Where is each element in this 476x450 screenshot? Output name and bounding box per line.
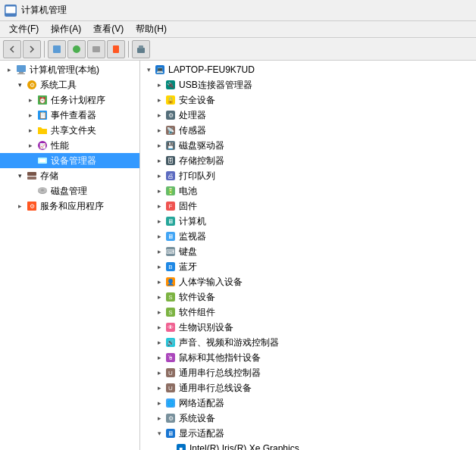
expand-arrow[interactable]: ▸	[154, 245, 164, 258]
right-tree-item[interactable]: ▸ S 软件设备	[140, 289, 476, 305]
expand-arrow[interactable]: ▸	[154, 336, 164, 348]
expand-root[interactable]: ▸	[3, 64, 15, 76]
right-tree-item[interactable]: ▸ ⌨ 键盘	[140, 244, 476, 259]
right-tree-item[interactable]: ▾ 🖥 显示适配器	[140, 426, 476, 441]
event-label: 事件查看器	[51, 109, 96, 122]
forward-button[interactable]	[23, 40, 41, 58]
toolbar-btn-3[interactable]	[67, 40, 86, 58]
expand-arrow[interactable]: ▸	[154, 170, 164, 182]
right-tree-item[interactable]: ▸ U 通用串行总线设备	[140, 380, 476, 395]
menu-view[interactable]: 查看(V)	[87, 21, 130, 37]
perf-icon: 📈	[36, 139, 49, 152]
right-tree-item[interactable]: ▸ 🌐 网络适配器	[140, 395, 476, 411]
expand-tools[interactable]: ▾	[14, 79, 26, 91]
right-tree-item[interactable]: ▸ 👁 生物识别设备	[140, 320, 476, 335]
expand-arrow[interactable]: ▾	[154, 427, 164, 439]
right-tree-item[interactable]: ▸ 🖨 打印队列	[140, 168, 476, 183]
right-tree-item[interactable]: ▸ 💾 磁盘驱动器	[140, 138, 476, 153]
svg-rect-3	[53, 45, 61, 53]
svg-text:🖨: 🖨	[168, 173, 174, 180]
tree-item-disk[interactable]: 磁盘管理	[0, 183, 139, 198]
svg-text:S: S	[168, 309, 172, 316]
right-tree-item[interactable]: ▸ 🔋 电池	[140, 183, 476, 198]
expand-disk[interactable]	[24, 185, 36, 197]
expand-arrow[interactable]: ▾	[143, 64, 154, 76]
right-item-label: 计算机	[179, 215, 206, 228]
service-label: 服务和应用程序	[40, 200, 104, 213]
expand-arrow[interactable]: ▸	[154, 230, 164, 242]
expand-arrow[interactable]: ▸	[154, 367, 164, 379]
right-tree-item[interactable]: ▸ ⚙ 处理器	[140, 108, 476, 123]
right-tree-item[interactable]: ▸ 🖥 计算机	[140, 214, 476, 229]
tree-item-device[interactable]: 设备管理器	[0, 153, 139, 168]
tree-item-storage[interactable]: ▾ 存储	[0, 168, 139, 183]
expand-arrow[interactable]: ▸	[154, 215, 164, 227]
right-tree-item[interactable]: ▸ ⚙ 系统设备	[140, 411, 476, 426]
expand-arrow[interactable]: ▸	[154, 382, 164, 394]
svg-rect-0	[5, 6, 16, 14]
right-tree-item[interactable]: ▸ F 固件	[140, 198, 476, 214]
right-item-label: 显示适配器	[179, 427, 224, 440]
expand-arrow[interactable]: ▸	[154, 109, 164, 121]
right-tree-item[interactable]: ▸ 🔌 USB连接器管理器	[140, 77, 476, 92]
right-tree-item[interactable]: ▾ 💻 LAPTOP-FEU9K7UD	[140, 62, 476, 77]
toolbar-separator-1	[44, 41, 45, 58]
expand-arrow[interactable]: ▸	[154, 155, 164, 167]
toolbar-btn-6[interactable]	[132, 40, 150, 58]
tree-item-service[interactable]: ▸ ⚙ 服务和应用程序	[0, 198, 139, 214]
tree-item-task[interactable]: ▸ ⏰ 任务计划程序	[0, 92, 139, 108]
tree-item-perf[interactable]: ▸ 📈 性能	[0, 138, 139, 153]
right-tree-item[interactable]: ▸ 🖱 鼠标和其他指针设备	[140, 350, 476, 365]
expand-arrow[interactable]: ▸	[154, 261, 164, 273]
tree-item-folder[interactable]: ▸ 共享文件夹	[0, 123, 139, 138]
svg-text:■: ■	[180, 445, 183, 450]
expand-storage[interactable]: ▾	[14, 170, 26, 182]
right-tree-item[interactable]: ▸ 👤 人体学输入设备	[140, 274, 476, 289]
right-tree-item[interactable]: ■ Intel(R) Iris(R) Xe Graphics	[140, 441, 476, 450]
expand-arrow[interactable]: ▸	[154, 124, 164, 136]
expand-folder[interactable]: ▸	[24, 124, 36, 136]
expand-task[interactable]: ▸	[24, 94, 36, 106]
right-tree-item[interactable]: ▸ S 软件组件	[140, 305, 476, 320]
expand-arrow[interactable]: ▸	[154, 412, 164, 424]
expand-arrow[interactable]: ▸	[154, 276, 164, 288]
display-icon: 🖥	[164, 427, 177, 439]
expand-arrow[interactable]: ▸	[154, 321, 164, 333]
expand-arrow[interactable]: ▸	[154, 397, 164, 409]
expand-arrow[interactable]: ▸	[154, 352, 164, 364]
right-tree-item[interactable]: ▸ U 通用串行总线控制器	[140, 365, 476, 380]
menu-help[interactable]: 帮助(H)	[130, 21, 173, 37]
right-tree-item[interactable]: ▸ B 蓝牙	[140, 259, 476, 274]
expand-event[interactable]: ▸	[24, 109, 36, 121]
right-tree-item[interactable]: ▸ 🔊 声音、视频和游戏控制器	[140, 335, 476, 350]
software-icon: S	[164, 306, 177, 318]
right-tree-item[interactable]: ▸ 🔒 安全设备	[140, 92, 476, 108]
menu-action[interactable]: 操作(A)	[45, 21, 87, 37]
svg-rect-6	[113, 45, 119, 53]
toolbar-btn-4[interactable]	[87, 40, 105, 58]
expand-arrow[interactable]: ▸	[154, 139, 164, 152]
menu-file[interactable]: 文件(F)	[3, 21, 45, 37]
expand-arrow[interactable]: ▸	[154, 200, 164, 212]
toolbar-btn-5[interactable]	[107, 40, 125, 58]
expand-arrow[interactable]: ▸	[154, 185, 164, 197]
tree-item-event[interactable]: ▸ 📋 事件查看器	[0, 108, 139, 123]
main-area: ▸ 计算机管理(本地) ▾ ⚙ 系统工具 ▸	[0, 61, 476, 450]
expand-arrow[interactable]: ▸	[154, 306, 164, 318]
expand-service[interactable]: ▸	[14, 200, 26, 212]
right-tree-item[interactable]: ▸ 🖥 监视器	[140, 229, 476, 244]
right-item-label: 声音、视频和游戏控制器	[179, 336, 279, 349]
tree-item-root[interactable]: ▸ 计算机管理(本地)	[0, 62, 139, 77]
expand-perf[interactable]: ▸	[24, 139, 36, 152]
storage-label: 存储	[40, 170, 58, 183]
right-tree-item[interactable]: ▸ 📡 传感器	[140, 123, 476, 138]
tree-item-tools[interactable]: ▾ ⚙ 系统工具	[0, 77, 139, 92]
expand-device[interactable]	[24, 155, 36, 167]
expand-arrow[interactable]: ▸	[154, 79, 164, 91]
expand-arrow[interactable]	[164, 442, 175, 450]
back-button[interactable]	[3, 40, 21, 58]
toolbar-btn-2[interactable]	[48, 40, 66, 58]
expand-arrow[interactable]: ▸	[154, 94, 164, 106]
right-tree-item[interactable]: ▸ 🗄 存储控制器	[140, 153, 476, 168]
expand-arrow[interactable]: ▸	[154, 291, 164, 303]
